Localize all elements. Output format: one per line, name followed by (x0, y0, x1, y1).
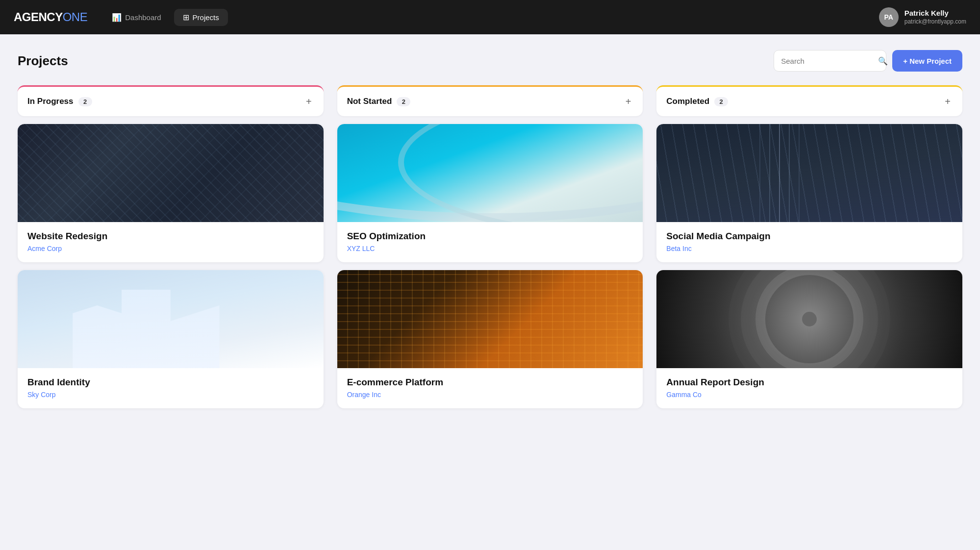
card-image-ecommerce (337, 270, 643, 368)
page-title: Projects (18, 53, 68, 69)
count-badge-completed: 2 (714, 97, 728, 106)
card-title-website-redesign: Website Redesign (27, 231, 314, 242)
search-box: 🔍 (774, 50, 886, 72)
projects-icon: ⊞ (183, 13, 189, 22)
card-title-seo-optimization: SEO Optimization (347, 231, 633, 242)
column-in-progress: In Progress 2 + Website Redesign Acme Co… (18, 85, 324, 416)
card-title-social-media: Social Media Campaign (666, 231, 953, 242)
project-card-brand-identity[interactable]: Brand Identity Sky Corp (18, 270, 324, 408)
project-card-ecommerce[interactable]: E-commerce Platform Orange Inc (337, 270, 643, 408)
search-input[interactable] (781, 57, 874, 65)
column-header-not-started: Not Started 2 + (337, 85, 643, 116)
logo-color: ONE (63, 10, 88, 24)
dashboard-icon: 📊 (112, 13, 122, 22)
avatar[interactable]: PA (879, 7, 899, 27)
add-not-started-button[interactable]: + (624, 96, 633, 107)
column-title-completed: Completed (666, 97, 709, 106)
card-client-seo-optimization: XYZ LLC (347, 245, 633, 252)
user-email: patrick@frontlyapp.com (905, 18, 966, 26)
nav-projects-label: Projects (193, 13, 219, 22)
project-card-seo-optimization[interactable]: SEO Optimization XYZ LLC (337, 124, 643, 262)
column-title-in-progress: In Progress (27, 97, 74, 106)
card-client-brand-identity: Sky Corp (27, 391, 314, 399)
card-image-website-redesign (18, 124, 324, 222)
search-icon: 🔍 (878, 56, 888, 66)
new-project-button[interactable]: + New Project (892, 50, 962, 72)
nav-projects[interactable]: ⊞ Projects (174, 9, 228, 26)
card-title-ecommerce: E-commerce Platform (347, 377, 633, 388)
project-card-social-media[interactable]: Social Media Campaign Beta Inc (656, 124, 962, 262)
column-header-in-progress: In Progress 2 + (18, 85, 324, 116)
columns-grid: In Progress 2 + Website Redesign Acme Co… (18, 85, 962, 416)
card-client-ecommerce: Orange Inc (347, 391, 633, 399)
user-info: Patrick Kelly patrick@frontlyapp.com (905, 8, 966, 25)
card-title-brand-identity: Brand Identity (27, 377, 314, 388)
card-image-social-media (656, 124, 962, 222)
column-title-not-started: Not Started (347, 97, 392, 106)
count-badge-in-progress: 2 (78, 97, 92, 106)
project-card-annual-report[interactable]: Annual Report Design Gamma Co (656, 270, 962, 408)
card-client-annual-report: Gamma Co (666, 391, 953, 399)
count-badge-not-started: 2 (397, 97, 410, 106)
card-image-brand-identity (18, 270, 324, 368)
app-logo: AGENCYONE (14, 10, 87, 24)
nav-dashboard-label: Dashboard (125, 13, 161, 22)
nav-dashboard[interactable]: 📊 Dashboard (103, 9, 170, 26)
column-header-completed: Completed 2 + (656, 85, 962, 116)
column-not-started: Not Started 2 + SEO Optimization XYZ LLC… (337, 85, 643, 416)
add-in-progress-button[interactable]: + (304, 96, 314, 107)
add-completed-button[interactable]: + (943, 96, 953, 107)
card-client-social-media: Beta Inc (666, 245, 953, 252)
user-name: Patrick Kelly (905, 8, 966, 18)
card-image-annual-report (656, 270, 962, 368)
card-title-annual-report: Annual Report Design (666, 377, 953, 388)
card-image-seo-optimization (337, 124, 643, 222)
column-completed: Completed 2 + Social Media Campaign Beta… (656, 85, 962, 416)
card-client-website-redesign: Acme Corp (27, 245, 314, 252)
project-card-website-redesign[interactable]: Website Redesign Acme Corp (18, 124, 324, 262)
logo-bold: AGENCY (14, 10, 63, 24)
